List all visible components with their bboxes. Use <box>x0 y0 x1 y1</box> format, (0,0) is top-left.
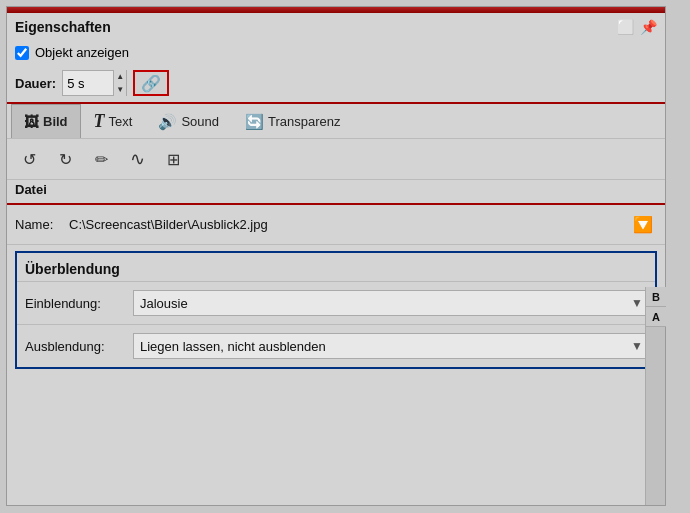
redo-icon: ↻ <box>59 150 72 169</box>
video-icon: ⊞ <box>167 150 180 169</box>
objekt-anzeigen-row: Objekt anzeigen <box>7 39 665 66</box>
text-icon: T <box>94 111 105 132</box>
minimize-icon[interactable]: ⬜ <box>617 19 634 35</box>
undo-icon: ↺ <box>23 150 36 169</box>
curve-button[interactable]: ∿ <box>123 145 151 173</box>
tab-sound-label: Sound <box>181 114 219 129</box>
uberblendung-section: Überblendung Einblendung: Jalousie Keine… <box>15 251 657 369</box>
name-value: C:\Screencast\Bilder\Ausblick2.jpg <box>69 217 625 232</box>
transparenz-icon: 🔄 <box>245 113 264 131</box>
tabs-row: 🖼 Bild T Text 🔊 Sound 🔄 Transparenz <box>7 104 665 139</box>
right-sidebar: B A <box>645 287 665 505</box>
ausblendung-select[interactable]: Liegen lassen, nicht ausblenden Keine Üb… <box>133 333 647 359</box>
pen-icon: ✏ <box>95 150 108 169</box>
link-button[interactable]: 🔗 <box>133 70 169 96</box>
header-icons: ⬜ 📌 <box>617 19 657 35</box>
uberblendung-wrapper: Überblendung Einblendung: Jalousie Keine… <box>7 251 665 369</box>
einblendung-label: Einblendung: <box>25 296 125 311</box>
dauer-down-button[interactable]: ▼ <box>114 83 126 96</box>
redo-button[interactable]: ↻ <box>51 145 79 173</box>
undo-button[interactable]: ↺ <box>15 145 43 173</box>
curve-icon: ∿ <box>130 148 145 170</box>
name-row: Name: C:\Screencast\Bilder\Ausblick2.jpg… <box>7 205 665 245</box>
link-icon: 🔗 <box>141 74 161 93</box>
filter-icon[interactable]: 🔽 <box>629 213 657 236</box>
tab-transparenz-label: Transparenz <box>268 114 341 129</box>
tab-text-label: Text <box>109 114 133 129</box>
einblendung-dropdown-wrapper: Jalousie Keine Überblenden Wischen ▼ <box>133 290 647 316</box>
ausblendung-dropdown-wrapper: Liegen lassen, nicht ausblenden Keine Üb… <box>133 333 647 359</box>
dauer-up-button[interactable]: ▲ <box>114 70 126 83</box>
dauer-input-group: ▲ ▼ <box>62 70 127 96</box>
objekt-anzeigen-checkbox[interactable] <box>15 46 29 60</box>
sidebar-b-button[interactable]: B <box>646 287 666 307</box>
properties-window: Eigenschaften ⬜ 📌 Objekt anzeigen Dauer:… <box>6 6 666 506</box>
video-button[interactable]: ⊞ <box>159 145 187 173</box>
tools-row: ↺ ↻ ✏ ∿ ⊞ <box>7 139 665 180</box>
dauer-input[interactable] <box>63 74 113 93</box>
dauer-label: Dauer: <box>15 76 56 91</box>
dauer-spinner: ▲ ▼ <box>113 70 126 96</box>
tab-bild-label: Bild <box>43 114 68 129</box>
bild-icon: 🖼 <box>24 113 39 130</box>
uberblendung-title: Überblendung <box>17 253 655 282</box>
tab-sound[interactable]: 🔊 Sound <box>145 104 232 138</box>
sidebar-a-button[interactable]: A <box>646 307 666 327</box>
header: Eigenschaften ⬜ 📌 <box>7 13 665 39</box>
ausblendung-row: Ausblendung: Liegen lassen, nicht ausble… <box>17 325 655 367</box>
pen-button[interactable]: ✏ <box>87 145 115 173</box>
dauer-row: Dauer: ▲ ▼ 🔗 <box>7 66 665 104</box>
tab-text[interactable]: T Text <box>81 104 146 138</box>
tab-transparenz[interactable]: 🔄 Transparenz <box>232 104 354 138</box>
einblendung-row: Einblendung: Jalousie Keine Überblenden … <box>17 282 655 325</box>
ausblendung-label: Ausblendung: <box>25 339 125 354</box>
einblendung-select[interactable]: Jalousie Keine Überblenden Wischen <box>133 290 647 316</box>
name-label: Name: <box>15 217 65 232</box>
tab-bild[interactable]: 🖼 Bild <box>11 104 81 138</box>
pin-icon[interactable]: 📌 <box>640 19 657 35</box>
sound-icon: 🔊 <box>158 113 177 131</box>
window-title: Eigenschaften <box>15 19 111 35</box>
datei-label: Datei <box>7 180 665 205</box>
objekt-anzeigen-label: Objekt anzeigen <box>35 45 129 60</box>
